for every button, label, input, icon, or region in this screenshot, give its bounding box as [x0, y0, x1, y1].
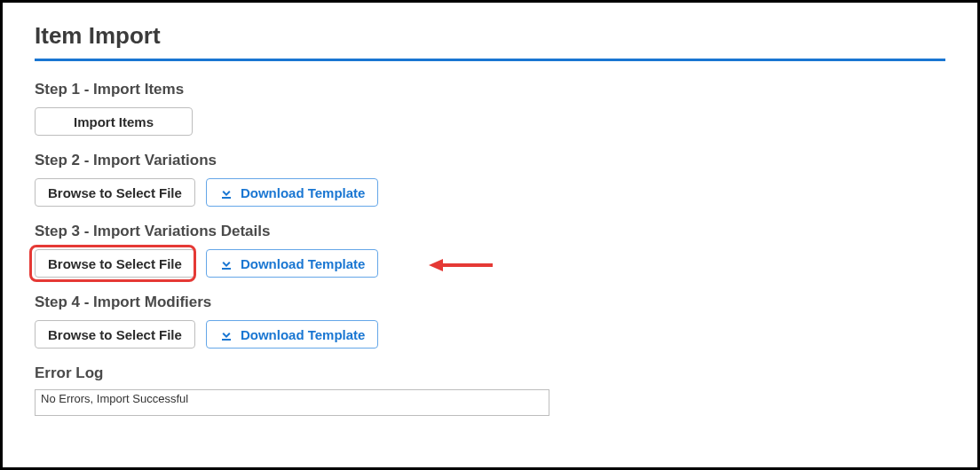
- step3-browse-button[interactable]: Browse to Select File: [35, 249, 195, 278]
- step2-browse-button[interactable]: Browse to Select File: [35, 178, 195, 207]
- step3-heading: Step 3 - Import Variations Details: [35, 223, 945, 240]
- svg-rect-4: [222, 339, 231, 341]
- import-items-button[interactable]: Import Items: [35, 107, 193, 136]
- step3-download-template-button[interactable]: Download Template: [206, 249, 379, 278]
- download-icon: [219, 256, 233, 270]
- error-log-heading: Error Log: [35, 364, 945, 382]
- step2-download-label: Download Template: [241, 185, 366, 200]
- step2-download-template-button[interactable]: Download Template: [206, 178, 379, 207]
- svg-rect-1: [222, 268, 231, 270]
- svg-marker-3: [429, 259, 443, 271]
- step4-download-template-button[interactable]: Download Template: [206, 320, 379, 349]
- error-log-message: No Errors, Import Successful: [41, 392, 188, 405]
- step2-heading: Step 2 - Import Variations: [35, 152, 945, 169]
- download-icon: [219, 327, 233, 341]
- page-title: Item Import: [35, 22, 945, 50]
- step4-download-label: Download Template: [241, 327, 366, 342]
- title-divider: [35, 59, 945, 61]
- step3-download-label: Download Template: [241, 256, 366, 271]
- step1-heading: Step 1 - Import Items: [35, 81, 945, 98]
- step4-heading: Step 4 - Import Modifiers: [35, 294, 945, 311]
- download-icon: [219, 185, 233, 200]
- arrow-annotation-icon: [429, 256, 493, 274]
- error-log-box: No Errors, Import Successful: [35, 389, 549, 416]
- step4-browse-button[interactable]: Browse to Select File: [35, 320, 195, 349]
- svg-rect-0: [222, 197, 231, 199]
